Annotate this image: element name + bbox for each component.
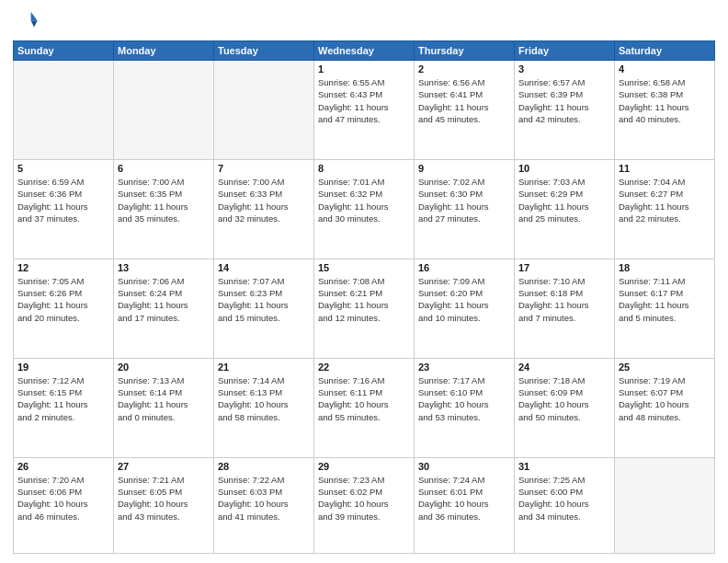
day-info: Sunrise: 6:57 AM Sunset: 6:39 PM Dayligh… xyxy=(518,76,610,125)
calendar-day-19: 19Sunrise: 7:12 AM Sunset: 6:15 PM Dayli… xyxy=(14,358,114,457)
day-number: 13 xyxy=(118,262,210,273)
day-info: Sunrise: 7:19 AM Sunset: 6:07 PM Dayligh… xyxy=(619,374,711,423)
calendar-empty xyxy=(14,61,114,160)
day-number: 16 xyxy=(418,262,510,273)
calendar-week-4: 26Sunrise: 7:20 AM Sunset: 6:06 PM Dayli… xyxy=(14,457,715,553)
day-info: Sunrise: 7:05 AM Sunset: 6:26 PM Dayligh… xyxy=(17,275,109,324)
day-info: Sunrise: 6:58 AM Sunset: 6:38 PM Dayligh… xyxy=(619,76,711,125)
header xyxy=(13,9,715,35)
day-info: Sunrise: 7:02 AM Sunset: 6:30 PM Dayligh… xyxy=(418,176,510,224)
svg-marker-0 xyxy=(31,12,38,21)
calendar-day-1: 1Sunrise: 6:55 AM Sunset: 6:43 PM Daylig… xyxy=(314,61,415,160)
day-info: Sunrise: 7:07 AM Sunset: 6:23 PM Dayligh… xyxy=(218,275,310,324)
day-info: Sunrise: 6:55 AM Sunset: 6:43 PM Dayligh… xyxy=(318,76,410,125)
day-number: 5 xyxy=(17,163,109,174)
logo xyxy=(13,9,40,35)
day-number: 12 xyxy=(17,262,109,273)
day-header-tuesday: Tuesday xyxy=(214,41,314,61)
calendar-day-12: 12Sunrise: 7:05 AM Sunset: 6:26 PM Dayli… xyxy=(14,259,114,358)
day-number: 31 xyxy=(518,461,610,472)
day-number: 9 xyxy=(418,163,510,174)
day-info: Sunrise: 7:23 AM Sunset: 6:02 PM Dayligh… xyxy=(318,474,410,523)
calendar-day-23: 23Sunrise: 7:17 AM Sunset: 6:10 PM Dayli… xyxy=(415,358,515,457)
page: SundayMondayTuesdayWednesdayThursdayFrid… xyxy=(0,0,728,563)
day-header-thursday: Thursday xyxy=(415,41,515,61)
day-info: Sunrise: 6:56 AM Sunset: 6:41 PM Dayligh… xyxy=(418,76,510,125)
calendar-day-18: 18Sunrise: 7:11 AM Sunset: 6:17 PM Dayli… xyxy=(615,259,715,358)
day-number: 6 xyxy=(118,163,210,174)
calendar-table: SundayMondayTuesdayWednesdayThursdayFrid… xyxy=(13,40,715,554)
day-info: Sunrise: 7:12 AM Sunset: 6:15 PM Dayligh… xyxy=(17,374,109,423)
calendar-day-26: 26Sunrise: 7:20 AM Sunset: 6:06 PM Dayli… xyxy=(14,457,114,553)
day-number: 28 xyxy=(218,461,310,472)
day-number: 20 xyxy=(118,362,210,373)
calendar-week-2: 12Sunrise: 7:05 AM Sunset: 6:26 PM Dayli… xyxy=(14,259,715,358)
day-number: 14 xyxy=(218,262,310,273)
day-info: Sunrise: 7:03 AM Sunset: 6:29 PM Dayligh… xyxy=(518,176,610,224)
day-number: 26 xyxy=(17,461,109,472)
day-number: 11 xyxy=(619,163,711,174)
day-number: 24 xyxy=(518,362,610,373)
calendar-header-row: SundayMondayTuesdayWednesdayThursdayFrid… xyxy=(14,41,715,61)
day-info: Sunrise: 7:09 AM Sunset: 6:20 PM Dayligh… xyxy=(418,275,510,324)
calendar-empty xyxy=(214,61,314,160)
calendar-week-1: 5Sunrise: 6:59 AM Sunset: 6:36 PM Daylig… xyxy=(14,159,715,259)
day-info: Sunrise: 7:00 AM Sunset: 6:33 PM Dayligh… xyxy=(218,176,310,224)
day-number: 1 xyxy=(318,63,410,75)
calendar-day-7: 7Sunrise: 7:00 AM Sunset: 6:33 PM Daylig… xyxy=(214,159,314,259)
day-number: 19 xyxy=(17,362,109,373)
day-number: 15 xyxy=(318,262,410,273)
day-info: Sunrise: 7:16 AM Sunset: 6:11 PM Dayligh… xyxy=(318,374,410,423)
calendar-day-20: 20Sunrise: 7:13 AM Sunset: 6:14 PM Dayli… xyxy=(114,358,214,457)
calendar-day-29: 29Sunrise: 7:23 AM Sunset: 6:02 PM Dayli… xyxy=(314,457,415,553)
calendar-empty xyxy=(615,457,715,553)
day-number: 25 xyxy=(619,362,711,373)
svg-marker-1 xyxy=(31,21,38,28)
day-number: 30 xyxy=(418,461,510,472)
day-number: 8 xyxy=(318,163,410,174)
day-header-saturday: Saturday xyxy=(615,41,715,61)
calendar-week-3: 19Sunrise: 7:12 AM Sunset: 6:15 PM Dayli… xyxy=(14,358,715,457)
calendar-day-22: 22Sunrise: 7:16 AM Sunset: 6:11 PM Dayli… xyxy=(314,358,415,457)
calendar-day-8: 8Sunrise: 7:01 AM Sunset: 6:32 PM Daylig… xyxy=(314,159,415,259)
day-number: 17 xyxy=(518,262,610,273)
day-info: Sunrise: 7:25 AM Sunset: 6:00 PM Dayligh… xyxy=(518,474,610,523)
day-info: Sunrise: 7:24 AM Sunset: 6:01 PM Dayligh… xyxy=(418,474,510,523)
calendar-day-13: 13Sunrise: 7:06 AM Sunset: 6:24 PM Dayli… xyxy=(114,259,214,358)
day-number: 7 xyxy=(218,163,310,174)
calendar-empty xyxy=(114,61,214,160)
day-number: 10 xyxy=(518,163,610,174)
day-info: Sunrise: 7:06 AM Sunset: 6:24 PM Dayligh… xyxy=(118,275,210,324)
calendar-day-27: 27Sunrise: 7:21 AM Sunset: 6:05 PM Dayli… xyxy=(114,457,214,553)
day-info: Sunrise: 7:17 AM Sunset: 6:10 PM Dayligh… xyxy=(418,374,510,423)
day-info: Sunrise: 7:00 AM Sunset: 6:35 PM Dayligh… xyxy=(118,176,210,224)
calendar-day-25: 25Sunrise: 7:19 AM Sunset: 6:07 PM Dayli… xyxy=(615,358,715,457)
day-info: Sunrise: 6:59 AM Sunset: 6:36 PM Dayligh… xyxy=(17,176,109,224)
day-info: Sunrise: 7:13 AM Sunset: 6:14 PM Dayligh… xyxy=(118,374,210,423)
calendar-day-5: 5Sunrise: 6:59 AM Sunset: 6:36 PM Daylig… xyxy=(14,159,114,259)
calendar-day-14: 14Sunrise: 7:07 AM Sunset: 6:23 PM Dayli… xyxy=(214,259,314,358)
day-header-friday: Friday xyxy=(515,41,615,61)
day-info: Sunrise: 7:01 AM Sunset: 6:32 PM Dayligh… xyxy=(318,176,410,224)
calendar-day-28: 28Sunrise: 7:22 AM Sunset: 6:03 PM Dayli… xyxy=(214,457,314,553)
calendar-day-16: 16Sunrise: 7:09 AM Sunset: 6:20 PM Dayli… xyxy=(415,259,515,358)
calendar-day-3: 3Sunrise: 6:57 AM Sunset: 6:39 PM Daylig… xyxy=(515,61,615,160)
day-number: 23 xyxy=(418,362,510,373)
calendar-day-4: 4Sunrise: 6:58 AM Sunset: 6:38 PM Daylig… xyxy=(615,61,715,160)
day-info: Sunrise: 7:14 AM Sunset: 6:13 PM Dayligh… xyxy=(218,374,310,423)
calendar-day-10: 10Sunrise: 7:03 AM Sunset: 6:29 PM Dayli… xyxy=(515,159,615,259)
calendar-day-9: 9Sunrise: 7:02 AM Sunset: 6:30 PM Daylig… xyxy=(415,159,515,259)
day-number: 3 xyxy=(518,63,610,75)
day-number: 2 xyxy=(418,63,510,75)
calendar-day-17: 17Sunrise: 7:10 AM Sunset: 6:18 PM Dayli… xyxy=(515,259,615,358)
calendar-day-21: 21Sunrise: 7:14 AM Sunset: 6:13 PM Dayli… xyxy=(214,358,314,457)
day-number: 29 xyxy=(318,461,410,472)
calendar-day-31: 31Sunrise: 7:25 AM Sunset: 6:00 PM Dayli… xyxy=(515,457,615,553)
calendar-day-11: 11Sunrise: 7:04 AM Sunset: 6:27 PM Dayli… xyxy=(615,159,715,259)
day-number: 22 xyxy=(318,362,410,373)
day-info: Sunrise: 7:04 AM Sunset: 6:27 PM Dayligh… xyxy=(619,176,711,224)
day-number: 4 xyxy=(619,63,711,75)
day-header-monday: Monday xyxy=(114,41,214,61)
day-info: Sunrise: 7:08 AM Sunset: 6:21 PM Dayligh… xyxy=(318,275,410,324)
day-info: Sunrise: 7:11 AM Sunset: 6:17 PM Dayligh… xyxy=(619,275,711,324)
